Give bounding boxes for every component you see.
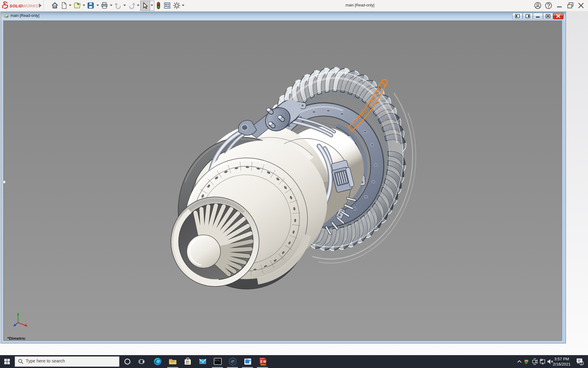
- svg-text:2021: 2021: [261, 363, 266, 366]
- svg-text:WORKS: WORKS: [22, 4, 38, 8]
- svg-text:2: 2: [581, 362, 582, 365]
- svg-text:SOLID: SOLID: [9, 4, 23, 8]
- svg-text:S W: S W: [260, 360, 266, 363]
- svg-text:C:\_: C:\_: [215, 359, 221, 362]
